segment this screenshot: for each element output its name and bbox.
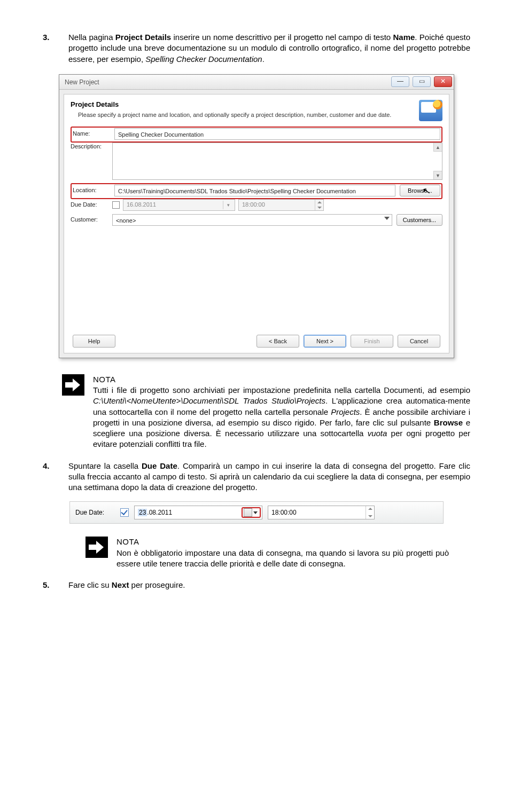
date-rest: .08.2011 xyxy=(147,509,172,516)
name-field[interactable]: Spelling Checker Documentation xyxy=(114,128,440,140)
due-date-label: Due Date: xyxy=(75,508,120,517)
location-label: Location: xyxy=(73,186,114,194)
step-number: 3. xyxy=(43,32,68,65)
project-icon xyxy=(419,100,442,121)
new-project-dialog: New Project — ▭ ✕ Project Details Please… xyxy=(59,74,454,358)
location-highlight: Location: C:\Users\Training\Documents\SD… xyxy=(71,183,442,199)
bold-duedate: Due Date xyxy=(142,461,177,470)
text: . xyxy=(262,54,265,64)
day-selected: 23 xyxy=(138,509,147,516)
finish-button[interactable]: Finish xyxy=(351,335,393,348)
time-value: 18:00:00 xyxy=(271,509,297,516)
section-desc: Please specify a project name and locati… xyxy=(71,111,414,119)
browse-button[interactable]: Browse... xyxy=(400,185,440,196)
text: Spuntare la casella xyxy=(68,461,142,470)
description-label: Description: xyxy=(71,143,112,151)
due-date-strip: Due Date: 23.08.2011 18:00:00 xyxy=(69,501,444,524)
customer-dropdown[interactable]: <none> xyxy=(112,214,392,226)
step-5: 5. Fare clic su Next per proseguire. xyxy=(43,580,470,590)
window-title: New Project xyxy=(59,75,390,89)
italic-path: C:\Utenti\<NomeUtente>\Documenti\SDL Tra… xyxy=(93,396,325,405)
calendar-icon[interactable] xyxy=(244,508,252,517)
help-button[interactable]: Help xyxy=(73,335,115,348)
time-spinner[interactable] xyxy=(315,200,323,210)
back-button[interactable]: < Back xyxy=(256,335,299,348)
location-field[interactable]: C:\Users\Training\Documents\SDL Trados S… xyxy=(114,185,395,196)
description-field[interactable]: ▲ ▼ xyxy=(112,143,442,180)
due-time-field[interactable]: 18:00:00 xyxy=(238,199,324,211)
name-label: Name: xyxy=(73,130,114,138)
nota-text: Tutti i file di progetto sono archiviati… xyxy=(93,385,470,450)
scroll-down-icon[interactable]: ▼ xyxy=(433,171,442,179)
step-number: 5. xyxy=(43,580,68,590)
italic-projects: Projects xyxy=(331,407,360,416)
bold-name: Name xyxy=(393,33,415,42)
step-body: Nella pagina Project Details inserire un… xyxy=(68,32,470,65)
time-spinner[interactable] xyxy=(366,506,374,519)
italic-vuota: vuota xyxy=(368,429,387,438)
nota-title: NOTA xyxy=(93,374,470,385)
customers-button[interactable]: Customers... xyxy=(397,214,442,226)
maximize-button[interactable]: ▭ xyxy=(413,76,431,87)
date-value: 16.08.2011 xyxy=(127,201,156,208)
calendar-button-highlight xyxy=(242,507,261,518)
time-value: 18:00:00 xyxy=(242,201,265,208)
due-date-field[interactable]: 23.08.2011 xyxy=(134,506,262,519)
due-time-field[interactable]: 18:00:00 xyxy=(268,506,375,519)
step-4: 4. Spuntare la casella Due Date. Compari… xyxy=(43,461,470,493)
due-date-checkbox[interactable] xyxy=(112,201,120,209)
dropdown-triangle-icon[interactable] xyxy=(253,511,258,514)
cancel-button[interactable]: Cancel xyxy=(398,335,440,348)
text: inserire un nome descrittivo per il prog… xyxy=(171,33,393,42)
due-date-field[interactable]: 16.08.2011 ▾ xyxy=(123,199,235,211)
titlebar: New Project — ▭ ✕ xyxy=(59,75,454,90)
text: Fare clic su xyxy=(68,580,112,589)
nota-text: Non è obbligatorio impostare una data di… xyxy=(116,548,449,570)
name-highlight: Name: Spelling Checker Documentation xyxy=(71,127,442,143)
due-date-checkbox-checked[interactable] xyxy=(120,508,129,517)
customer-label: Customer: xyxy=(71,216,112,224)
minimize-button[interactable]: — xyxy=(391,76,409,87)
step-body: Fare clic su Next per proseguire. xyxy=(68,580,470,590)
italic-example: Spelling Checker Documentation xyxy=(145,54,262,64)
scroll-up-icon[interactable]: ▲ xyxy=(433,143,442,152)
bold-browse: Browse xyxy=(434,418,463,427)
arrow-icon xyxy=(62,374,84,396)
step-3: 3. Nella pagina Project Details inserire… xyxy=(43,32,470,65)
customer-value: <none> xyxy=(116,217,136,224)
section-title: Project Details xyxy=(71,100,414,109)
calendar-dropdown-icon[interactable]: ▾ xyxy=(223,201,234,209)
next-button[interactable]: Next > xyxy=(304,335,346,348)
step-body: Spuntare la casella Due Date. Comparirà … xyxy=(68,461,470,493)
nota-2: NOTA Non è obbligatorio impostare una da… xyxy=(86,537,449,569)
nota-title: NOTA xyxy=(116,537,449,547)
text: per proseguire. xyxy=(129,580,185,589)
arrow-icon xyxy=(86,537,108,558)
chevron-down-icon[interactable] xyxy=(384,217,390,220)
text: Nella pagina xyxy=(68,33,115,42)
bold-next: Next xyxy=(112,580,129,589)
step-number: 4. xyxy=(43,461,68,493)
due-date-label: Due Date: xyxy=(71,201,112,209)
nota-1: NOTA Tutti i file di progetto sono archi… xyxy=(62,374,470,450)
bold-project-details: Project Details xyxy=(115,33,171,42)
close-button[interactable]: ✕ xyxy=(434,76,452,87)
text: Tutti i file di progetto sono archiviati… xyxy=(93,385,470,395)
